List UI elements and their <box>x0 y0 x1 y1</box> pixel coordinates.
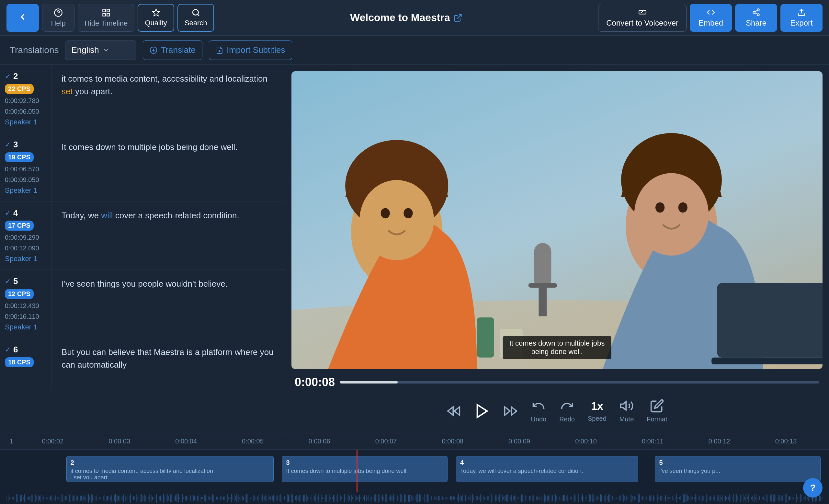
fast-forward-button[interactable] <box>504 404 518 418</box>
quality-button[interactable]: Quality <box>138 4 174 32</box>
subtitle-text-3[interactable]: It comes down to multiple jobs being don… <box>52 133 285 201</box>
cps-badge-6: 18 CPS <box>5 357 34 367</box>
speed-button[interactable]: 1x Speed <box>588 400 607 422</box>
hide-timeline-button[interactable]: Hide Timeline <box>78 4 134 32</box>
svg-line-12 <box>755 13 757 14</box>
subtitle-meta-2: ✓ 2 22 CPS 0:00:02.780 0:00:06.050 Speak… <box>0 65 52 133</box>
svg-line-7 <box>457 14 461 19</box>
quality-label: Quality <box>145 19 167 27</box>
svg-point-23 <box>359 180 434 260</box>
waveform <box>0 492 829 504</box>
subtitle-item-2: ✓ 2 22 CPS 0:00:02.780 0:00:06.050 Speak… <box>0 65 285 133</box>
svg-marker-39 <box>454 407 460 415</box>
export-button[interactable]: Export <box>781 4 823 32</box>
help-circle-label: ? <box>810 482 816 493</box>
format-label: Format <box>647 416 667 423</box>
undo-button[interactable]: Undo <box>531 399 546 423</box>
svg-rect-8 <box>639 10 646 14</box>
help-button[interactable]: Help <box>42 4 74 32</box>
time-start-5: 0:00:12.430 <box>5 302 47 310</box>
redo-button[interactable]: Redo <box>559 399 575 423</box>
ruler-mark-2: 0:00:03 <box>86 438 153 445</box>
embed-label: Embed <box>698 19 723 28</box>
subtitle-text-2[interactable]: it comes to media content, accessibility… <box>52 65 285 133</box>
play-button[interactable] <box>474 403 491 420</box>
svg-marker-40 <box>477 404 487 417</box>
svg-marker-41 <box>511 407 517 415</box>
undo-label: Undo <box>531 416 546 423</box>
subtitle-text-6[interactable]: But you can believe that Maestra is a pl… <box>52 338 285 390</box>
segment-label-5: 5 <box>659 459 816 466</box>
mute-icon <box>619 399 634 413</box>
language-select[interactable]: English <box>65 40 136 60</box>
undo-icon <box>531 399 546 413</box>
segment-text-2b: set you apart. <box>71 474 269 479</box>
svg-marker-43 <box>621 402 626 410</box>
ruler-mark-3: 0:00:04 <box>153 438 220 445</box>
format-button[interactable]: Format <box>647 399 667 423</box>
svg-point-9 <box>757 9 759 11</box>
cps-badge-5: 12 CPS <box>5 289 34 299</box>
ruler-mark-11: 0:00:12 <box>686 438 753 445</box>
hide-timeline-icon <box>101 8 111 17</box>
rewind-button[interactable] <box>446 404 461 418</box>
help-icon <box>53 8 64 17</box>
back-button[interactable] <box>6 4 39 32</box>
language-value: English <box>71 45 99 55</box>
help-circle-button[interactable]: ? <box>803 478 823 498</box>
time-end-5: 0:00:16.110 <box>5 313 47 320</box>
subtitle-meta-4: ✓ 4 17 CPS 0:00:09.290 0:00:12.090 Speak… <box>0 202 52 269</box>
time-end-4: 0:00:12.090 <box>5 245 47 252</box>
svg-marker-38 <box>448 407 454 415</box>
svg-rect-33 <box>539 288 547 316</box>
translate-button[interactable]: Translate <box>143 40 202 60</box>
check-icon-3: ✓ <box>5 141 11 149</box>
import-label: Import Subtitles <box>227 45 285 55</box>
cps-badge-4: 17 CPS <box>5 221 34 230</box>
speaker-3: Speaker 1 <box>5 186 47 195</box>
timeline-segment-5[interactable]: 5 I've seen things you p... <box>655 456 821 482</box>
svg-rect-35 <box>712 358 823 364</box>
help-label: Help <box>51 19 65 28</box>
mute-button[interactable]: Mute <box>619 399 634 423</box>
time-start-3: 0:00:06.570 <box>5 166 47 173</box>
time-progress-bar[interactable] <box>340 381 819 384</box>
ruler-mark-6: 0:00:07 <box>353 438 419 445</box>
rewind-icon <box>446 404 461 418</box>
subtitle-text-5[interactable]: I've seen things you people wouldn't bel… <box>52 270 285 338</box>
cps-badge-3: 19 CPS <box>5 152 34 162</box>
main-content: ✓ 2 22 CPS 0:00:02.780 0:00:06.050 Speak… <box>0 65 829 433</box>
subtitle-item-4: ✓ 4 17 CPS 0:00:09.290 0:00:12.090 Speak… <box>0 202 285 270</box>
svg-rect-5 <box>107 13 109 16</box>
search-button[interactable]: Search <box>177 4 214 32</box>
time-start-4: 0:00:09.290 <box>5 234 47 241</box>
subtitle-num-4: 4 <box>13 208 18 218</box>
segment-label-2: 2 <box>71 459 269 466</box>
chevron-down-icon <box>102 47 109 54</box>
page-title: Welcome to Maestra <box>217 12 595 24</box>
subtitle-meta-3: ✓ 3 19 CPS 0:00:06.570 0:00:09.050 Speak… <box>0 133 52 201</box>
toolbar-right: Convert to Voiceover Embed Share <box>598 4 823 32</box>
share-button[interactable]: Share <box>735 4 777 32</box>
time-end-2: 0:00:06.050 <box>5 108 47 115</box>
share-icon <box>751 8 761 16</box>
export-label: Export <box>790 19 813 28</box>
ruler-mark-9: 0:00:10 <box>553 438 619 445</box>
subtitle-text-4[interactable]: Today, we will cover a speech-related co… <box>52 202 285 269</box>
current-time: 0:00:08 <box>295 375 335 389</box>
subtitle-num-3: 3 <box>13 140 18 150</box>
segment-label-3: 3 <box>286 459 443 466</box>
timeline-segment-3[interactable]: 3 It comes down to multiple jobs being d… <box>282 456 447 482</box>
segment-text-2: it comes to media content, accessibility… <box>71 468 269 473</box>
timeline-segment-2[interactable]: 2 it comes to media content, accessibili… <box>66 456 274 482</box>
timeline-segment-4[interactable]: 4 Today, we will cover a speech-related … <box>456 456 638 482</box>
timeline-tracks: 2 it comes to media content, accessibili… <box>0 449 829 492</box>
convert-to-voiceover-button[interactable]: Convert to Voiceover <box>598 4 686 32</box>
embed-button[interactable]: Embed <box>690 4 732 32</box>
check-icon-6: ✓ <box>5 346 11 354</box>
segment-text-4: Today, we will cover a speech-related co… <box>460 468 634 474</box>
import-subtitles-button[interactable]: Import Subtitles <box>209 40 292 60</box>
translate-label: Translate <box>160 45 195 55</box>
embed-icon <box>706 8 716 16</box>
svg-marker-42 <box>505 407 510 415</box>
